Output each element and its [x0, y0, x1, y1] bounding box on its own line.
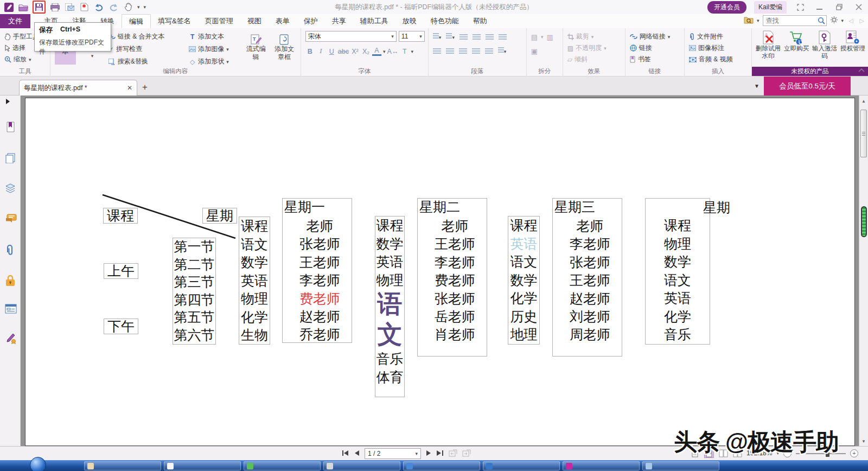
menu-tab[interactable]: 帮助	[466, 14, 494, 28]
next-view-button[interactable]	[462, 449, 471, 459]
print-button[interactable]	[49, 2, 60, 12]
crop-button[interactable]: 裁剪▾	[567, 31, 622, 42]
indent-increase-button[interactable]	[433, 48, 441, 54]
redo-button[interactable]	[108, 2, 119, 12]
line-spacing-button[interactable]	[459, 48, 467, 54]
search-icon[interactable]	[818, 17, 825, 26]
wednesday-subjects-box[interactable]: 课程英语语文数学化学历史地理	[508, 216, 540, 345]
superscript-button[interactable]: X²	[350, 48, 360, 55]
justify-button[interactable]	[499, 34, 507, 40]
add-article-box-button[interactable]: 添加文章框	[271, 31, 297, 65]
opacity-button[interactable]: ▨ 不透明度▾	[567, 42, 622, 54]
license-management-button[interactable]: 授权管理	[840, 30, 866, 60]
close-tab-icon[interactable]: ✕	[127, 84, 132, 92]
font-color-dropdown[interactable]: ▾	[383, 49, 386, 54]
page-number-input[interactable]: 1 / 2 ▾	[365, 448, 421, 459]
spacing-options-button[interactable]: ▾	[498, 47, 507, 55]
scrollbar-thumb[interactable]	[860, 110, 867, 157]
bullet-list-button[interactable]: ▾	[433, 33, 442, 41]
restore-button[interactable]	[833, 2, 845, 12]
remove-trial-watermark-button[interactable]: A 删除试用水印	[755, 30, 781, 60]
char-spacing-button[interactable]: A↔	[387, 48, 399, 55]
search-scope-dropdown[interactable]: ▾	[757, 18, 760, 23]
align-center-button[interactable]	[473, 34, 481, 40]
last-page-button[interactable]	[436, 450, 444, 458]
search-replace-item[interactable]: 搜索&替换	[108, 56, 184, 67]
taskbar-button[interactable]	[84, 461, 161, 470]
merge-boxes-button[interactable]: ▥	[546, 33, 553, 41]
afternoon-label[interactable]: 下午	[104, 319, 138, 334]
open-membership-button[interactable]: 开通会员	[707, 1, 746, 14]
menu-tab[interactable]: 共享	[325, 14, 353, 28]
ribbon-collapse-button[interactable]	[858, 66, 865, 74]
menu-tab[interactable]: 特色功能	[424, 14, 466, 28]
save-button[interactable]	[33, 1, 46, 14]
close-button[interactable]	[853, 2, 865, 12]
sessions-box[interactable]: 第一节第二节第三节第四节第五节第六节	[173, 238, 216, 345]
find-previous-icon[interactable]: ◁	[847, 17, 854, 24]
pages-panel-icon[interactable]	[5, 152, 16, 163]
qat-customize-dropdown[interactable]: ▾	[144, 4, 146, 10]
taskbar-button[interactable]	[323, 461, 400, 470]
signature-panel-icon[interactable]	[5, 332, 16, 343]
paragraph-spacing-button[interactable]	[472, 48, 480, 54]
menu-tab[interactable]: 表单	[269, 14, 297, 28]
undo-button[interactable]	[93, 2, 104, 12]
shear-button[interactable]: ▱ 倾斜	[567, 54, 622, 65]
file-attachment-item[interactable]: 文件附件	[689, 31, 748, 42]
expand-panel-icon[interactable]	[5, 98, 16, 109]
search-settings-icon[interactable]	[830, 16, 838, 26]
thursday-subjects-box[interactable]: 星期 课程物理数学语文英语化学音乐	[645, 198, 710, 345]
previous-view-button[interactable]	[449, 449, 457, 459]
menu-tab[interactable]: 保护	[297, 14, 325, 28]
taskbar-button[interactable]	[642, 461, 719, 470]
next-page-button[interactable]	[426, 450, 431, 458]
align-left-button[interactable]	[459, 34, 468, 40]
scroll-down-icon[interactable]: ▼	[859, 439, 868, 444]
italic-button[interactable]: I	[316, 47, 326, 55]
monday-subjects-box[interactable]: 课程语文数学英语物理化学生物	[239, 217, 270, 345]
bold-button[interactable]: B	[305, 48, 315, 55]
tuesday-subjects-box[interactable]: 课程数学英语物理语文音乐体育	[375, 216, 405, 397]
email-button[interactable]	[64, 2, 75, 12]
tab-file[interactable]: 文件	[0, 14, 30, 28]
new-tab-button[interactable]: +	[142, 82, 148, 93]
taskbar-button[interactable]	[483, 461, 560, 470]
numbered-list-button[interactable]: ▾	[446, 33, 455, 41]
first-page-button[interactable]	[342, 450, 349, 458]
spell-check-item[interactable]: ✓ 拼写检查	[108, 43, 184, 55]
corner-course-label[interactable]: 课程	[103, 208, 138, 224]
menu-tab[interactable]: 视图	[240, 14, 269, 28]
menu-tab[interactable]: 放映	[395, 14, 424, 28]
new-document-button[interactable]	[79, 2, 90, 12]
monday-teachers-box[interactable]: 星期一 老师张老师王老师李老师费老师赵老师乔老师	[282, 198, 352, 343]
underline-button[interactable]: U	[327, 48, 336, 55]
document-canvas[interactable]: 课程 星期 上午 下午 第一节第二节第三节第四节第五节第六节 课程语文数学英语物…	[21, 96, 868, 446]
align-right-button[interactable]	[486, 34, 494, 40]
link-item[interactable]: 链接	[630, 42, 681, 54]
text-direction-button[interactable]	[485, 48, 493, 54]
split-text-box-button[interactable]: ▣	[531, 47, 538, 55]
search-settings-dropdown[interactable]: ▾	[841, 18, 844, 23]
search-scope-icon[interactable]	[744, 16, 754, 26]
taskbar-button[interactable]	[403, 461, 480, 470]
font-size-select[interactable]: 11▾	[399, 31, 425, 42]
open-file-button[interactable]	[18, 2, 29, 12]
user-account[interactable]: Kail爱编	[754, 1, 787, 14]
layout-switch-icon[interactable]	[794, 2, 806, 12]
corner-week-label[interactable]: 星期	[202, 208, 237, 224]
link-join-text-item[interactable]: 链接 & 合并文本	[108, 31, 184, 42]
menu-tab[interactable]: 编辑	[122, 14, 151, 28]
indent-decrease-button[interactable]	[446, 48, 454, 54]
promo-banner[interactable]: 会员低至0.5元/天	[764, 77, 851, 96]
taskbar-button[interactable]	[164, 461, 241, 470]
attachments-panel-icon[interactable]	[5, 245, 16, 256]
scroll-position-marker[interactable]	[861, 206, 867, 237]
font-color-button[interactable]: A	[372, 47, 381, 56]
reflow-edit-button[interactable]: T 流式编辑	[245, 31, 267, 65]
strikethrough-button[interactable]: abc	[338, 48, 349, 55]
menu-tab[interactable]: 辅助工具	[353, 14, 395, 28]
zoom-in-button[interactable]: +	[850, 449, 858, 457]
document-tab[interactable]: 每星期的课程表.pdf * ✕	[19, 80, 137, 96]
taskbar-button[interactable]	[563, 461, 640, 470]
